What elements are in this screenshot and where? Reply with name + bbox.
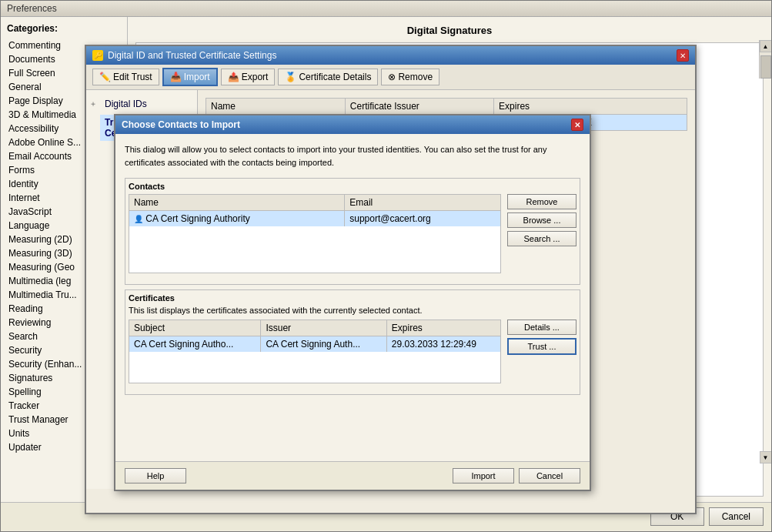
contacts-col-email: Email — [345, 195, 500, 211]
contacts-section-label: Contacts — [129, 182, 576, 191]
did-titlebar: 🔑 Digital ID and Trusted Certificate Set… — [86, 46, 695, 65]
cc-titlebar: Choose Contacts to Import ✕ — [115, 115, 590, 134]
preferences-title: Preferences — [7, 3, 57, 14]
certs-cell-subject: CA Cert Signing Autho... — [129, 336, 261, 353]
certs-details-button[interactable]: Details ... — [507, 320, 576, 335]
choose-contacts-dialog: Choose Contacts to Import ✕ This dialog … — [114, 114, 591, 491]
certs-table-container: Subject Issuer Expires CA Cert Signing A… — [129, 320, 501, 383]
certs-cell-issuer: CA Cert Signing Auth... — [261, 336, 386, 353]
did-title: Digital ID and Trusted Certificate Setti… — [108, 50, 276, 61]
remove-icon: ⊗ — [388, 72, 396, 82]
cert-details-button[interactable]: 🏅 Certificate Details — [278, 69, 378, 85]
did-close-button[interactable]: ✕ — [677, 49, 689, 62]
did-col-expires: Expires — [494, 99, 687, 115]
contacts-search-button[interactable]: Search ... — [507, 231, 576, 246]
contacts-area: Name Email 👤 CA Cert Signing Authority — [129, 194, 576, 281]
contacts-col-name: Name — [129, 195, 345, 211]
contacts-table-area: Name Email 👤 CA Cert Signing Authority — [129, 194, 501, 281]
edit-trust-icon: ✏️ — [99, 72, 111, 82]
export-button[interactable]: 📤 Export — [221, 69, 276, 85]
cc-close-button[interactable]: ✕ — [571, 119, 583, 131]
remove-button[interactable]: ⊗ Remove — [381, 69, 439, 85]
scroll-up-arrow[interactable]: ▲ — [760, 40, 772, 52]
pref-cancel-button[interactable]: Cancel — [709, 507, 764, 526]
certs-cell-expires: 29.03.2033 12:29:49 — [386, 336, 500, 353]
expand-icon[interactable]: ＋ — [89, 99, 97, 109]
certs-section: Certificates This list displays the cert… — [125, 289, 580, 395]
cc-cancel-button[interactable]: Cancel — [519, 468, 580, 483]
contacts-browse-button[interactable]: Browse ... — [507, 212, 576, 228]
contacts-buttons: Remove Browse ... Search ... — [507, 194, 576, 281]
cert-details-icon: 🏅 — [285, 72, 296, 82]
export-icon: 📤 — [228, 72, 239, 82]
cc-help-button[interactable]: Help — [125, 468, 186, 483]
certs-col-subject: Subject — [129, 320, 261, 336]
cc-title: Choose Contacts to Import — [122, 119, 240, 130]
certs-trust-button[interactable]: Trust ... — [507, 338, 576, 355]
did-title-icon: 🔑 — [92, 50, 103, 61]
certs-buttons: Details ... Trust ... — [507, 320, 576, 391]
preferences-section-title: Digital Signatures — [135, 25, 764, 36]
cc-body: This dialog will allow you to select con… — [115, 134, 590, 409]
contacts-table-container: Name Email 👤 CA Cert Signing Authority — [129, 194, 501, 273]
certs-table-area: Subject Issuer Expires CA Cert Signing A… — [129, 320, 501, 391]
certs-col-issuer: Issuer — [261, 320, 386, 336]
did-col-name: Name — [206, 99, 346, 115]
import-button[interactable]: 📥 Import — [162, 68, 218, 86]
categories-label: Categories: — [4, 23, 124, 34]
contacts-row[interactable]: 👤 CA Cert Signing Authority support@cace… — [129, 211, 500, 227]
digital-ids-item[interactable]: Digital IDs — [100, 96, 152, 112]
scroll-down-arrow[interactable]: ▼ — [760, 451, 772, 463]
certs-table: Subject Issuer Expires CA Cert Signing A… — [129, 320, 500, 352]
certs-row[interactable]: CA Cert Signing Autho... CA Cert Signing… — [129, 336, 500, 353]
scroll-thumb[interactable] — [760, 55, 771, 79]
preferences-titlebar: Preferences — [1, 1, 771, 17]
contacts-remove-button[interactable]: Remove — [507, 194, 576, 209]
contacts-cell-name: 👤 CA Cert Signing Authority — [129, 211, 345, 227]
certs-area: Subject Issuer Expires CA Cert Signing A… — [129, 320, 576, 391]
import-icon: 📥 — [170, 72, 182, 82]
contacts-cell-email: support@cacert.org — [345, 211, 500, 227]
contacts-table: Name Email 👤 CA Cert Signing Authority — [129, 195, 500, 226]
cc-description: This dialog will allow you to select con… — [125, 143, 580, 169]
contact-icon: 👤 — [134, 215, 143, 223]
did-col-issuer: Certificate Issuer — [345, 99, 493, 115]
certs-section-label: Certificates — [129, 293, 576, 303]
cc-footer: Help Import Cancel — [115, 461, 590, 490]
certs-col-expires: Expires — [386, 320, 500, 336]
certs-description: This list displays the certificates asso… — [129, 306, 576, 315]
contacts-section: Contacts Name Email — [125, 178, 580, 285]
did-toolbar: ✏️ Edit Trust 📥 Import 📤 Export 🏅 Certif… — [86, 65, 695, 90]
cc-import-button[interactable]: Import — [453, 468, 514, 483]
edit-trust-button[interactable]: ✏️ Edit Trust — [92, 69, 159, 85]
